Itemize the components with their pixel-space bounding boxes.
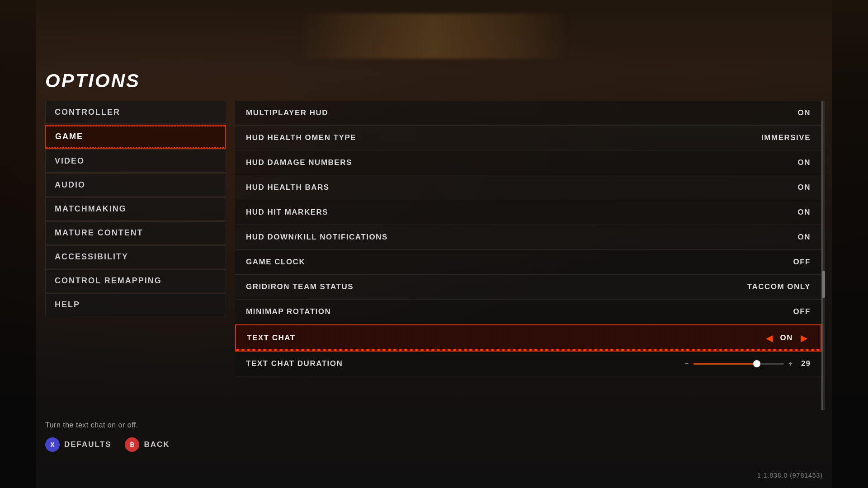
setting-name-gridiron-team-status: GRIDIRON TEAM STATUS (246, 282, 720, 291)
setting-value-area-minimap-rotation: OFF (720, 307, 811, 316)
setting-name-hud-health-omen-type: HUD HEALTH OMEN TYPE (246, 133, 720, 142)
setting-value-area-hud-down-kill: ON (720, 233, 811, 242)
setting-row-hud-down-kill[interactable]: HUD DOWN/KILL NOTIFICATIONSON (235, 225, 821, 250)
version-text: 1.1.838.0 (9781453) (757, 472, 823, 479)
settings-list: MULTIPLAYER HUDONHUD HEALTH OMEN TYPEIMM… (235, 101, 823, 410)
setting-row-hud-hit-markers[interactable]: HUD HIT MARKERSON (235, 200, 821, 225)
sidebar-item-control-remapping[interactable]: CONTROL REMAPPING (45, 269, 226, 292)
setting-value-area-hud-health-omen-type: IMMERSIVE (720, 133, 811, 142)
sidebar-item-help[interactable]: HELP (45, 293, 226, 316)
sidebar: CONTROLLERGAMEVIDEOAUDIOMATCHMAKINGMATUR… (45, 101, 226, 410)
setting-name-hud-damage-numbers: HUD DAMAGE NUMBERS (246, 158, 720, 167)
setting-name-hud-down-kill: HUD DOWN/KILL NOTIFICATIONS (246, 233, 720, 242)
setting-value-area-hud-damage-numbers: ON (720, 158, 811, 167)
arrow-left-text-chat[interactable]: ◀ (764, 332, 775, 344)
sidebar-item-mature-content[interactable]: MATURE CONTENT (45, 221, 226, 244)
setting-row-hud-health-omen-type[interactable]: HUD HEALTH OMEN TYPEIMMERSIVE (235, 126, 821, 150)
slider-area-text-chat-duration: −+29 (675, 359, 811, 368)
setting-value-area-text-chat: ◀ON▶ (719, 332, 810, 344)
setting-value-minimap-rotation: OFF (793, 307, 811, 316)
setting-value-area-multiplayer-hud: ON (720, 108, 811, 117)
setting-value-text-chat: ON (780, 333, 793, 343)
main-container: OPTIONS CONTROLLERGAMEVIDEOAUDIOMATCHMAK… (45, 70, 823, 452)
setting-value-hud-damage-numbers: ON (798, 158, 811, 167)
slider-fill-text-chat-duration (693, 363, 757, 365)
setting-name-text-chat-duration: TEXT CHAT DURATION (246, 359, 675, 368)
setting-row-text-chat-duration[interactable]: TEXT CHAT DURATION−+29 (235, 352, 821, 376)
setting-row-hud-health-bars[interactable]: HUD HEALTH BARSON (235, 175, 821, 200)
setting-value-area-hud-health-bars: ON (720, 183, 811, 192)
top-bar (0, 0, 868, 72)
left-blur (0, 0, 36, 488)
right-blur (832, 0, 868, 488)
sidebar-item-game[interactable]: GAME (45, 125, 226, 149)
scrollbar-thumb (822, 271, 825, 298)
slider-track-text-chat-duration[interactable] (693, 363, 784, 365)
setting-row-multiplayer-hud[interactable]: MULTIPLAYER HUDON (235, 101, 821, 126)
slider-plus-text-chat-duration[interactable]: + (788, 360, 793, 368)
setting-value-hud-health-omen-type: IMMERSIVE (761, 133, 811, 142)
setting-value-game-clock: OFF (793, 258, 811, 267)
back-button[interactable]: B BACK (125, 437, 170, 452)
setting-name-text-chat: TEXT CHAT (247, 333, 719, 343)
setting-value-area-game-clock: OFF (720, 258, 811, 267)
setting-row-gridiron-team-status[interactable]: GRIDIRON TEAM STATUSTACCOM ONLY (235, 275, 821, 300)
sidebar-item-controller[interactable]: CONTROLLER (45, 101, 226, 124)
setting-name-hud-hit-markers: HUD HIT MARKERS (246, 208, 720, 217)
sidebar-item-matchmaking[interactable]: MATCHMAKING (45, 197, 226, 221)
setting-row-game-clock[interactable]: GAME CLOCKOFF (235, 250, 821, 275)
setting-value-area-gridiron-team-status: TACCOM ONLY (720, 282, 811, 291)
setting-value-hud-hit-markers: ON (798, 208, 811, 217)
setting-value-area-hud-hit-markers: ON (720, 208, 811, 217)
defaults-label: DEFAULTS (64, 440, 111, 449)
slider-value-text-chat-duration: 29 (797, 359, 811, 368)
slider-minus-text-chat-duration[interactable]: − (684, 360, 689, 368)
sidebar-item-audio[interactable]: AUDIO (45, 174, 226, 197)
setting-name-minimap-rotation: MINIMAP ROTATION (246, 307, 720, 316)
setting-row-minimap-rotation[interactable]: MINIMAP ROTATIONOFF (235, 300, 821, 324)
setting-name-game-clock: GAME CLOCK (246, 258, 720, 267)
x-button-icon: X (45, 437, 60, 452)
sidebar-item-video[interactable]: VIDEO (45, 150, 226, 173)
setting-name-multiplayer-hud: MULTIPLAYER HUD (246, 108, 720, 117)
page-title: OPTIONS (45, 70, 823, 92)
setting-value-hud-health-bars: ON (798, 183, 811, 192)
arrow-right-text-chat[interactable]: ▶ (798, 332, 810, 344)
setting-value-gridiron-team-status: TACCOM ONLY (747, 282, 811, 291)
b-button-icon: B (125, 437, 139, 452)
button-row: X DEFAULTS B BACK (45, 437, 823, 452)
setting-value-multiplayer-hud: ON (798, 108, 811, 117)
right-panel: MULTIPLAYER HUDONHUD HEALTH OMEN TYPEIMM… (235, 101, 823, 410)
bottom-area: Turn the text chat on or off. X DEFAULTS… (45, 417, 823, 452)
slider-thumb-text-chat-duration (753, 360, 760, 367)
setting-name-hud-health-bars: HUD HEALTH BARS (246, 183, 720, 192)
setting-value-hud-down-kill: ON (798, 233, 811, 242)
setting-row-hud-damage-numbers[interactable]: HUD DAMAGE NUMBERSON (235, 150, 821, 175)
tooltip-text: Turn the text chat on or off. (45, 421, 823, 429)
sidebar-item-accessibility[interactable]: ACCESSIBILITY (45, 245, 226, 268)
scrollbar[interactable] (822, 101, 825, 410)
logo-blur (298, 14, 570, 59)
defaults-button[interactable]: X DEFAULTS (45, 437, 111, 452)
content-area: CONTROLLERGAMEVIDEOAUDIOMATCHMAKINGMATUR… (45, 101, 823, 410)
back-label: BACK (144, 440, 170, 449)
setting-row-text-chat[interactable]: TEXT CHAT◀ON▶ (235, 324, 821, 352)
